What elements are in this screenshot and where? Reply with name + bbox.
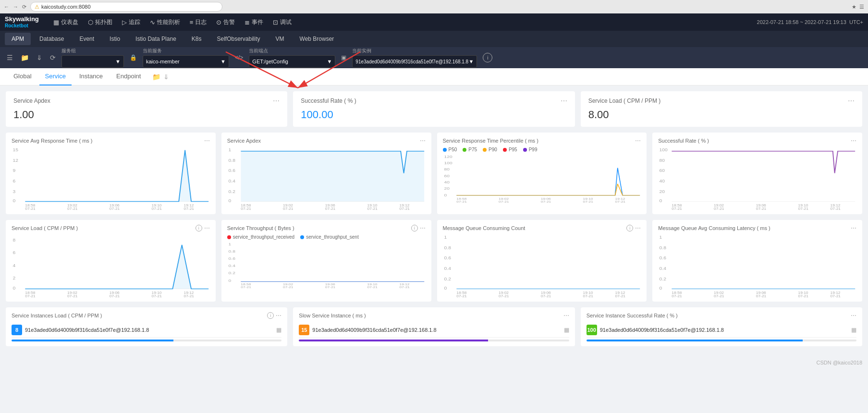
svg-text:07-21: 07-21 bbox=[184, 207, 194, 211]
nav-event[interactable]: ≣ 事件 bbox=[240, 13, 268, 31]
folder-icon[interactable]: 📁 bbox=[19, 52, 31, 63]
instance-load-copy[interactable]: ▦ bbox=[276, 327, 281, 333]
second-nav-vm[interactable]: VM bbox=[269, 33, 291, 45]
instance-success-rate-copy[interactable]: ▦ bbox=[851, 327, 856, 333]
response-time-percentile-chart: 120 100 80 60 40 20 0 18:58 07-21 19:02 … bbox=[443, 154, 641, 202]
chevron-down-icon: ▼ bbox=[115, 59, 121, 64]
second-nav-webbrowser[interactable]: Web Browser bbox=[293, 33, 341, 45]
footer: CSDN @kaico2018 bbox=[0, 358, 868, 367]
slow-instance-menu[interactable]: ⋯ bbox=[563, 312, 569, 319]
service-load-chart-menu[interactable]: ⋯ bbox=[204, 225, 210, 231]
current-service-dropdown[interactable]: kaico-member ▼ bbox=[143, 55, 229, 68]
mq-count-info-icon[interactable]: i bbox=[626, 225, 633, 231]
service-load-menu[interactable]: ⋯ bbox=[848, 97, 855, 105]
back-button[interactable]: ← bbox=[4, 4, 9, 10]
tab-endpoint[interactable]: Endpoint bbox=[110, 68, 147, 85]
sidebar-toggle-icon[interactable]: ☰ bbox=[5, 52, 15, 63]
mq-count-title: Message Queue Consuming Count bbox=[443, 225, 526, 231]
svg-text:07-21: 07-21 bbox=[615, 200, 625, 204]
tab-folder-icon[interactable]: 📁 bbox=[152, 73, 160, 81]
slow-instance-title: Slow Service Instance ( ms ) bbox=[299, 313, 366, 318]
svg-text:07-21: 07-21 bbox=[25, 207, 35, 211]
svg-text:07-21: 07-21 bbox=[399, 285, 409, 289]
svg-text:07-21: 07-21 bbox=[714, 294, 724, 298]
nav-trace[interactable]: ▷ 追踪 bbox=[117, 13, 145, 31]
service-apdex-title: Service Apdex bbox=[13, 97, 50, 104]
svg-text:0.2: 0.2 bbox=[660, 277, 666, 281]
svg-text:0.2: 0.2 bbox=[444, 277, 451, 281]
successful-rate-menu[interactable]: ⋯ bbox=[561, 97, 567, 105]
mq-latency-menu[interactable]: ⋯ bbox=[851, 225, 856, 231]
nav-profiling[interactable]: ∿ 性能剖析 bbox=[145, 13, 185, 31]
nav-topology[interactable]: ⬡ 拓扑图 bbox=[83, 13, 117, 31]
tab-download-icon[interactable]: ⇓ bbox=[163, 73, 169, 81]
instance-load-menu[interactable]: ⋯ bbox=[276, 312, 281, 319]
successful-rate-chart-menu[interactable]: ⋯ bbox=[851, 137, 856, 144]
service-apdex-menu[interactable]: ⋯ bbox=[273, 97, 280, 105]
mq-count-menu[interactable]: ⋯ bbox=[635, 225, 641, 231]
service-apdex-card: Service Apdex ⋯ 1.00 bbox=[6, 91, 287, 127]
svg-text:07-21: 07-21 bbox=[283, 207, 293, 211]
current-endpoint-dropdown[interactable]: GET:/getConfig ▼ bbox=[249, 55, 335, 68]
bookmark-button[interactable]: ★ bbox=[852, 4, 856, 10]
svg-text:0.6: 0.6 bbox=[228, 256, 235, 260]
slow-instance-name: 91e3aded0d6d4009b9f316cda51e0f7e@192.168… bbox=[312, 327, 436, 333]
instance-success-rate-menu[interactable]: ⋯ bbox=[851, 312, 856, 319]
second-nav-database[interactable]: Database bbox=[33, 33, 71, 45]
instance-load-title: Service Instances Load ( CPM / PPM ) bbox=[12, 313, 102, 318]
svg-text:0.8: 0.8 bbox=[444, 245, 451, 250]
service-group-dropdown[interactable]: ▼ bbox=[61, 55, 124, 68]
tab-instance[interactable]: Instance bbox=[73, 68, 109, 85]
avg-response-time-menu[interactable]: ⋯ bbox=[204, 137, 210, 144]
svg-text:0.8: 0.8 bbox=[228, 249, 235, 253]
info-button[interactable]: i bbox=[483, 53, 492, 62]
second-nav-selfobs[interactable]: SelfObservability bbox=[210, 33, 267, 45]
svg-text:3: 3 bbox=[13, 189, 16, 194]
refresh-icon[interactable]: ⟳ bbox=[48, 52, 58, 63]
svg-text:07-21: 07-21 bbox=[798, 294, 808, 298]
svg-text:07-21: 07-21 bbox=[714, 207, 724, 211]
slow-instance-copy[interactable]: ▦ bbox=[564, 327, 569, 333]
chevron-down-icon: ▼ bbox=[468, 59, 474, 64]
service-apdex-chart-menu[interactable]: ⋯ bbox=[420, 137, 426, 144]
time-range-display: 2022-07-21 18:58 ~ 2022-07-21 19:13 UTC+ bbox=[757, 19, 863, 25]
mq-count-card: Message Queue Consuming Count i ⋯ 1 0.8 … bbox=[437, 220, 647, 302]
successful-rate-chart: 100 80 60 40 20 0 18:58 07-21 19:02 07-2… bbox=[658, 147, 856, 205]
svg-text:0.6: 0.6 bbox=[228, 168, 235, 173]
svg-text:1: 1 bbox=[660, 235, 662, 240]
reload-button[interactable]: ⟳ bbox=[22, 4, 26, 10]
percentile-legend: P50 P75 P90 P95 P99 bbox=[443, 147, 641, 152]
service-throughput-info-icon[interactable]: i bbox=[411, 225, 418, 231]
menu-button[interactable]: ☰ bbox=[859, 4, 864, 10]
second-nav-istio-dp[interactable]: Istio Data Plane bbox=[129, 33, 183, 45]
svg-text:100: 100 bbox=[444, 161, 452, 165]
avg-response-time-card: Service Avg Response Time ( ms ) ⋯ 15 12… bbox=[6, 133, 216, 214]
slow-instance-item: 15 91e3aded0d6d4009b9f316cda51e0f7e@192.… bbox=[299, 323, 569, 338]
service-throughput-menu[interactable]: ⋯ bbox=[420, 225, 426, 231]
current-instance-dropdown[interactable]: 91e3aded0d6d4009b9f316cda51e0f7e@192.168… bbox=[352, 55, 477, 68]
service-load-chart-card: Service Load ( CPM / PPM ) i ⋯ 8 6 4 2 0… bbox=[6, 220, 216, 302]
svg-text:0.6: 0.6 bbox=[444, 255, 451, 260]
nav-log[interactable]: ≡ 日志 bbox=[185, 13, 212, 31]
service-load-info-icon[interactable]: i bbox=[196, 225, 202, 231]
nav-debug[interactable]: ⊡ 调试 bbox=[268, 13, 296, 31]
tab-service[interactable]: Service bbox=[39, 68, 72, 85]
forward-button[interactable]: → bbox=[13, 4, 18, 10]
second-nav-event[interactable]: Event bbox=[73, 33, 101, 45]
instance-load-info-icon[interactable]: i bbox=[267, 312, 274, 319]
second-nav-apm[interactable]: APM bbox=[5, 33, 31, 45]
download-icon[interactable]: ⇓ bbox=[35, 52, 44, 63]
response-time-percentile-menu[interactable]: ⋯ bbox=[635, 137, 641, 144]
throughput-legend: service_throughput_received service_thro… bbox=[227, 234, 426, 240]
svg-text:07-21: 07-21 bbox=[756, 294, 766, 298]
second-nav-k8s[interactable]: K8s bbox=[185, 33, 208, 45]
svg-text:0.2: 0.2 bbox=[228, 271, 235, 275]
mq-count-chart: 1 0.8 0.6 0.4 0.2 0 18:58 07-21 19:02 07… bbox=[443, 234, 641, 292]
tab-global[interactable]: Global bbox=[8, 68, 37, 85]
nav-alarm[interactable]: ⊙ 告警 bbox=[211, 13, 240, 31]
svg-text:1: 1 bbox=[228, 147, 231, 152]
chevron-down-icon: ▼ bbox=[327, 59, 332, 64]
nav-dashboard[interactable]: ▦ 仪表盘 bbox=[49, 13, 83, 31]
second-nav-istio[interactable]: Istio bbox=[103, 33, 127, 45]
current-service-selector: 当前服务 kaico-member ▼ bbox=[143, 48, 229, 68]
